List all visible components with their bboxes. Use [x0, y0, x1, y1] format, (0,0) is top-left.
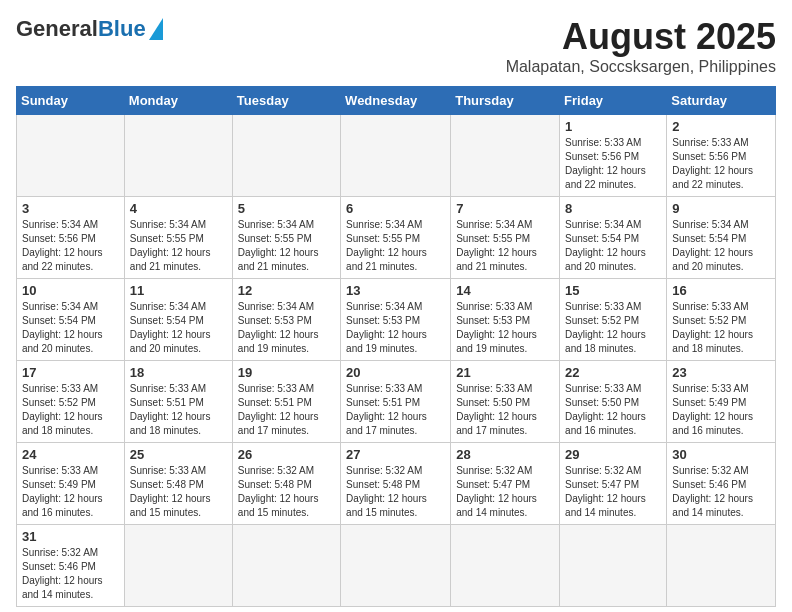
calendar-cell: 25Sunrise: 5:33 AM Sunset: 5:48 PM Dayli…	[124, 443, 232, 525]
cell-day-number: 14	[456, 283, 554, 298]
cell-day-number: 27	[346, 447, 445, 462]
cell-day-info: Sunrise: 5:34 AM Sunset: 5:54 PM Dayligh…	[672, 218, 770, 274]
cell-day-info: Sunrise: 5:33 AM Sunset: 5:51 PM Dayligh…	[130, 382, 227, 438]
calendar-cell: 17Sunrise: 5:33 AM Sunset: 5:52 PM Dayli…	[17, 361, 125, 443]
calendar-cell: 1Sunrise: 5:33 AM Sunset: 5:56 PM Daylig…	[560, 115, 667, 197]
weekday-header-friday: Friday	[560, 87, 667, 115]
weekday-header-thursday: Thursday	[451, 87, 560, 115]
calendar-cell	[124, 115, 232, 197]
cell-day-number: 7	[456, 201, 554, 216]
calendar-cell: 22Sunrise: 5:33 AM Sunset: 5:50 PM Dayli…	[560, 361, 667, 443]
calendar-cell: 15Sunrise: 5:33 AM Sunset: 5:52 PM Dayli…	[560, 279, 667, 361]
calendar-cell	[232, 115, 340, 197]
cell-day-number: 28	[456, 447, 554, 462]
calendar-cell	[341, 115, 451, 197]
cell-day-number: 16	[672, 283, 770, 298]
calendar-week-row: 10Sunrise: 5:34 AM Sunset: 5:54 PM Dayli…	[17, 279, 776, 361]
cell-day-number: 20	[346, 365, 445, 380]
calendar-cell: 2Sunrise: 5:33 AM Sunset: 5:56 PM Daylig…	[667, 115, 776, 197]
title-area: August 2025 Malapatan, Soccsksargen, Phi…	[506, 16, 776, 76]
calendar-cell: 11Sunrise: 5:34 AM Sunset: 5:54 PM Dayli…	[124, 279, 232, 361]
calendar-table: SundayMondayTuesdayWednesdayThursdayFrid…	[16, 86, 776, 607]
cell-day-info: Sunrise: 5:32 AM Sunset: 5:46 PM Dayligh…	[22, 546, 119, 602]
cell-day-info: Sunrise: 5:34 AM Sunset: 5:54 PM Dayligh…	[565, 218, 661, 274]
cell-day-number: 5	[238, 201, 335, 216]
calendar-cell: 26Sunrise: 5:32 AM Sunset: 5:48 PM Dayli…	[232, 443, 340, 525]
calendar-cell: 3Sunrise: 5:34 AM Sunset: 5:56 PM Daylig…	[17, 197, 125, 279]
calendar-cell: 6Sunrise: 5:34 AM Sunset: 5:55 PM Daylig…	[341, 197, 451, 279]
cell-day-number: 25	[130, 447, 227, 462]
calendar-header-row: SundayMondayTuesdayWednesdayThursdayFrid…	[17, 87, 776, 115]
cell-day-number: 19	[238, 365, 335, 380]
calendar-cell: 16Sunrise: 5:33 AM Sunset: 5:52 PM Dayli…	[667, 279, 776, 361]
calendar-cell	[451, 525, 560, 607]
cell-day-info: Sunrise: 5:33 AM Sunset: 5:56 PM Dayligh…	[672, 136, 770, 192]
weekday-header-tuesday: Tuesday	[232, 87, 340, 115]
cell-day-info: Sunrise: 5:33 AM Sunset: 5:52 PM Dayligh…	[22, 382, 119, 438]
calendar-week-row: 1Sunrise: 5:33 AM Sunset: 5:56 PM Daylig…	[17, 115, 776, 197]
cell-day-info: Sunrise: 5:34 AM Sunset: 5:53 PM Dayligh…	[238, 300, 335, 356]
cell-day-info: Sunrise: 5:33 AM Sunset: 5:51 PM Dayligh…	[346, 382, 445, 438]
cell-day-info: Sunrise: 5:34 AM Sunset: 5:55 PM Dayligh…	[456, 218, 554, 274]
calendar-cell: 27Sunrise: 5:32 AM Sunset: 5:48 PM Dayli…	[341, 443, 451, 525]
calendar-cell	[667, 525, 776, 607]
weekday-header-wednesday: Wednesday	[341, 87, 451, 115]
cell-day-info: Sunrise: 5:33 AM Sunset: 5:50 PM Dayligh…	[456, 382, 554, 438]
cell-day-number: 13	[346, 283, 445, 298]
calendar-week-row: 17Sunrise: 5:33 AM Sunset: 5:52 PM Dayli…	[17, 361, 776, 443]
cell-day-info: Sunrise: 5:33 AM Sunset: 5:48 PM Dayligh…	[130, 464, 227, 520]
calendar-cell: 21Sunrise: 5:33 AM Sunset: 5:50 PM Dayli…	[451, 361, 560, 443]
calendar-week-row: 24Sunrise: 5:33 AM Sunset: 5:49 PM Dayli…	[17, 443, 776, 525]
calendar-cell: 18Sunrise: 5:33 AM Sunset: 5:51 PM Dayli…	[124, 361, 232, 443]
cell-day-info: Sunrise: 5:34 AM Sunset: 5:55 PM Dayligh…	[238, 218, 335, 274]
cell-day-info: Sunrise: 5:33 AM Sunset: 5:49 PM Dayligh…	[672, 382, 770, 438]
weekday-header-monday: Monday	[124, 87, 232, 115]
cell-day-number: 17	[22, 365, 119, 380]
page-header: General Blue August 2025 Malapatan, Socc…	[16, 16, 776, 76]
calendar-cell: 12Sunrise: 5:34 AM Sunset: 5:53 PM Dayli…	[232, 279, 340, 361]
cell-day-info: Sunrise: 5:33 AM Sunset: 5:50 PM Dayligh…	[565, 382, 661, 438]
calendar-cell	[124, 525, 232, 607]
calendar-cell: 13Sunrise: 5:34 AM Sunset: 5:53 PM Dayli…	[341, 279, 451, 361]
cell-day-info: Sunrise: 5:33 AM Sunset: 5:52 PM Dayligh…	[565, 300, 661, 356]
cell-day-number: 15	[565, 283, 661, 298]
calendar-week-row: 31Sunrise: 5:32 AM Sunset: 5:46 PM Dayli…	[17, 525, 776, 607]
cell-day-number: 21	[456, 365, 554, 380]
cell-day-number: 1	[565, 119, 661, 134]
calendar-cell	[341, 525, 451, 607]
logo-triangle-icon	[149, 18, 163, 40]
cell-day-number: 4	[130, 201, 227, 216]
cell-day-number: 11	[130, 283, 227, 298]
cell-day-info: Sunrise: 5:32 AM Sunset: 5:48 PM Dayligh…	[346, 464, 445, 520]
calendar-cell: 14Sunrise: 5:33 AM Sunset: 5:53 PM Dayli…	[451, 279, 560, 361]
cell-day-number: 6	[346, 201, 445, 216]
cell-day-info: Sunrise: 5:33 AM Sunset: 5:52 PM Dayligh…	[672, 300, 770, 356]
cell-day-number: 3	[22, 201, 119, 216]
logo-blue-text: Blue	[98, 16, 146, 42]
calendar-cell: 29Sunrise: 5:32 AM Sunset: 5:47 PM Dayli…	[560, 443, 667, 525]
calendar-cell: 24Sunrise: 5:33 AM Sunset: 5:49 PM Dayli…	[17, 443, 125, 525]
calendar-cell: 8Sunrise: 5:34 AM Sunset: 5:54 PM Daylig…	[560, 197, 667, 279]
calendar-cell	[17, 115, 125, 197]
cell-day-number: 30	[672, 447, 770, 462]
cell-day-number: 18	[130, 365, 227, 380]
cell-day-number: 10	[22, 283, 119, 298]
calendar-cell: 31Sunrise: 5:32 AM Sunset: 5:46 PM Dayli…	[17, 525, 125, 607]
calendar-cell	[451, 115, 560, 197]
calendar-cell	[232, 525, 340, 607]
calendar-cell: 28Sunrise: 5:32 AM Sunset: 5:47 PM Dayli…	[451, 443, 560, 525]
cell-day-number: 31	[22, 529, 119, 544]
calendar-cell: 5Sunrise: 5:34 AM Sunset: 5:55 PM Daylig…	[232, 197, 340, 279]
cell-day-info: Sunrise: 5:32 AM Sunset: 5:48 PM Dayligh…	[238, 464, 335, 520]
cell-day-number: 12	[238, 283, 335, 298]
cell-day-info: Sunrise: 5:34 AM Sunset: 5:56 PM Dayligh…	[22, 218, 119, 274]
logo-general-text: General	[16, 16, 98, 42]
cell-day-info: Sunrise: 5:33 AM Sunset: 5:53 PM Dayligh…	[456, 300, 554, 356]
location-subtitle: Malapatan, Soccsksargen, Philippines	[506, 58, 776, 76]
calendar-cell: 30Sunrise: 5:32 AM Sunset: 5:46 PM Dayli…	[667, 443, 776, 525]
calendar-cell: 23Sunrise: 5:33 AM Sunset: 5:49 PM Dayli…	[667, 361, 776, 443]
cell-day-number: 8	[565, 201, 661, 216]
cell-day-info: Sunrise: 5:33 AM Sunset: 5:49 PM Dayligh…	[22, 464, 119, 520]
cell-day-info: Sunrise: 5:33 AM Sunset: 5:56 PM Dayligh…	[565, 136, 661, 192]
calendar-cell: 10Sunrise: 5:34 AM Sunset: 5:54 PM Dayli…	[17, 279, 125, 361]
